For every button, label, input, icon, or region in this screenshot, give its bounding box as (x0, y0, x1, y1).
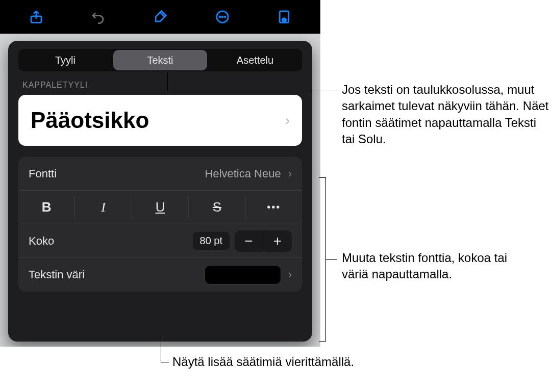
popover-tabs: Tyyli Teksti Asettelu (18, 49, 302, 71)
share-icon[interactable] (26, 7, 46, 27)
size-increase-button[interactable]: + (263, 230, 292, 252)
text-color-swatch[interactable] (205, 265, 281, 284)
italic-button[interactable]: I (75, 197, 132, 218)
callout-leader (167, 91, 337, 91)
callout-scroll: Näytä lisää säätimiä vierittämällä. (172, 354, 356, 370)
svg-point-7 (284, 19, 285, 21)
svg-point-4 (224, 16, 225, 17)
font-label: Fontti (29, 167, 57, 180)
size-row: Koko 80 pt − + (18, 224, 302, 258)
chevron-right-icon: › (288, 268, 292, 281)
callout-leader (326, 259, 337, 260)
callout-bracket (319, 177, 326, 342)
paragraph-style-name: Pääotsikko (31, 108, 149, 133)
size-label: Koko (29, 234, 54, 248)
font-row[interactable]: Fontti Helvetica Neue › (18, 157, 302, 191)
callout-font-block: Muuta tekstin fonttia, kokoa tai väriä n… (342, 250, 536, 283)
callout-leader (161, 336, 161, 362)
callout-leader (161, 362, 169, 362)
paragraph-style-label: KAPPALETYYLI (22, 81, 298, 90)
more-format-button[interactable]: ••• (246, 197, 302, 218)
callout-leader (167, 72, 168, 91)
text-color-row[interactable]: Tekstin väri › (18, 258, 302, 292)
undo-icon[interactable] (88, 7, 108, 27)
document-view-icon[interactable] (274, 7, 294, 27)
font-value: Helvetica Neue (205, 167, 281, 180)
format-buttons-row: B I U S ••• (18, 191, 302, 224)
format-brush-icon[interactable] (150, 7, 170, 27)
text-color-label: Tekstin väri (29, 268, 85, 281)
strikethrough-button[interactable]: S (189, 197, 245, 218)
chevron-right-icon: › (285, 113, 290, 128)
tab-text[interactable]: Teksti (113, 50, 207, 70)
format-popover: Tyyli Teksti Asettelu KAPPALETYYLI Pääot… (8, 41, 312, 342)
callout-tabs: Jos teksti on taulukkosolussa, muut sark… (342, 82, 551, 148)
underline-button[interactable]: U (132, 197, 189, 218)
tab-style[interactable]: Tyyli (18, 49, 112, 71)
size-value[interactable]: 80 pt (193, 232, 230, 250)
font-settings-group: Fontti Helvetica Neue › B I U S ••• Koko… (18, 157, 302, 292)
svg-point-2 (219, 16, 220, 17)
paragraph-style-picker[interactable]: Pääotsikko › (18, 95, 302, 146)
svg-point-3 (222, 16, 223, 17)
size-decrease-button[interactable]: − (235, 230, 263, 252)
size-stepper: − + (235, 230, 292, 252)
more-icon[interactable] (212, 7, 233, 27)
chevron-right-icon: › (288, 167, 292, 180)
app-toolbar (0, 0, 320, 34)
tab-layout[interactable]: Asettelu (208, 49, 302, 71)
bold-button[interactable]: B (18, 197, 75, 218)
